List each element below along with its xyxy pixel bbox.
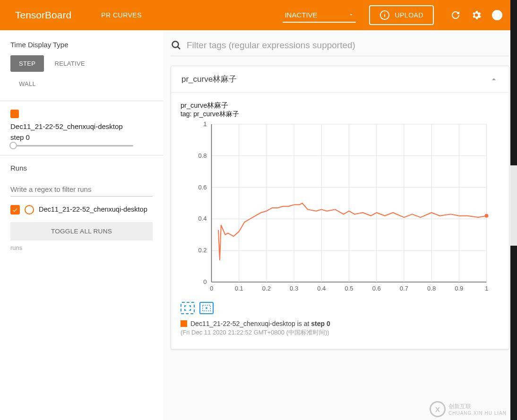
reload-icon	[450, 9, 461, 21]
svg-point-41	[485, 214, 489, 218]
app-logo: TensorBoard	[15, 9, 71, 21]
app-header: TensorBoard PR CURVES INACTIVE UPLOAD	[0, 0, 517, 30]
time-display-segmented: STEP RELATIVE WALL	[10, 55, 153, 92]
sidebar: Time Display Type STEP RELATIVE WALL Dec…	[0, 30, 163, 420]
svg-text:0.5: 0.5	[345, 285, 353, 292]
svg-text:0.7: 0.7	[400, 285, 408, 292]
svg-text:1: 1	[203, 120, 207, 128]
svg-point-4	[497, 17, 498, 18]
run-radio[interactable]	[25, 205, 34, 214]
run-row: Dec11_21-22-52_chenxuqi-desktop	[10, 205, 153, 214]
selected-run-swatch	[10, 110, 19, 118]
reset-chart-button[interactable]	[199, 302, 214, 314]
divider	[0, 101, 163, 101]
upload-button[interactable]: UPLOAD	[369, 5, 434, 25]
time-display-wall-button[interactable]: WALL	[10, 76, 44, 92]
svg-point-5	[172, 42, 179, 48]
svg-line-6	[178, 47, 180, 49]
runs-filter-input[interactable]	[10, 182, 153, 197]
svg-text:0: 0	[210, 285, 213, 292]
chart-legend: Dec11_21-22-52_chenxuqi-desktop is at st…	[181, 320, 500, 327]
svg-point-2	[385, 13, 386, 14]
selected-step-text: step 0	[10, 133, 153, 141]
svg-point-43	[206, 308, 207, 309]
svg-text:0.2: 0.2	[198, 247, 207, 254]
tag-filter-row	[171, 38, 509, 56]
help-button[interactable]	[491, 9, 503, 21]
svg-text:0.8: 0.8	[198, 152, 207, 159]
time-display-relative-button[interactable]: RELATIVE	[46, 55, 94, 72]
svg-text:0.6: 0.6	[198, 184, 207, 191]
legend-swatch	[181, 320, 187, 327]
tab-pr-curves[interactable]: PR CURVES	[97, 0, 146, 30]
svg-text:0.9: 0.9	[455, 285, 463, 292]
time-display-step-button[interactable]: STEP	[10, 55, 44, 72]
svg-text:0.8: 0.8	[427, 285, 436, 292]
watermark-text: 创新互联	[448, 403, 507, 411]
watermark-sub: CHUANG XIN HU LIAN	[448, 411, 507, 416]
chevron-up-icon	[489, 75, 499, 84]
legend-timestamp: (Fri Dec 11 2020 21:22:52 GMT+0800 (中国标准…	[181, 328, 500, 337]
reset-view-icon	[202, 305, 211, 311]
runs-footer-label: runs	[10, 244, 153, 251]
chart-title: pr_curve林麻子	[181, 101, 500, 110]
svg-text:0.6: 0.6	[372, 285, 381, 292]
svg-text:0.3: 0.3	[290, 285, 298, 292]
inactive-plugins-dropdown[interactable]: INACTIVE	[283, 8, 356, 23]
watermark: X 创新互联 CHUANG XIN HU LIAN	[430, 401, 507, 417]
svg-text:0.2: 0.2	[262, 285, 271, 292]
svg-text:0.4: 0.4	[317, 285, 326, 292]
upload-label: UPLOAD	[395, 11, 423, 19]
runs-label: Runs	[10, 164, 153, 172]
svg-text:1: 1	[485, 285, 488, 292]
inactive-label: INACTIVE	[284, 11, 317, 19]
gear-icon	[471, 9, 482, 21]
reload-button[interactable]	[450, 9, 461, 21]
selected-run-name: Dec11_21-22-52_chenxuqi-desktop	[10, 122, 153, 131]
svg-text:0.1: 0.1	[235, 285, 243, 292]
chart-subtitle: tag: pr_curve林麻子	[181, 110, 500, 119]
run-checkbox[interactable]	[10, 205, 20, 214]
main-content: pr_curve林麻子 pr_curve林麻子 tag: pr_curve林麻子…	[163, 30, 517, 420]
legend-text: Dec11_21-22-52_chenxuqi-desktop is at st…	[190, 320, 330, 327]
tag-filter-input[interactable]	[187, 40, 509, 51]
tag-card-title: pr_curve林麻子	[181, 74, 237, 85]
expand-icon	[184, 305, 191, 311]
scrollbar-thumb[interactable]	[510, 165, 517, 246]
watermark-logo: X	[430, 401, 446, 417]
expand-chart-button[interactable]	[181, 302, 195, 314]
tag-card: pr_curve林麻子 pr_curve林麻子 tag: pr_curve林麻子…	[171, 66, 509, 350]
divider	[0, 155, 163, 155]
pr-curve-chart[interactable]: 00.20.40.60.8100.10.20.30.40.50.60.70.80…	[181, 120, 500, 295]
chart-toolbar	[181, 302, 500, 314]
svg-text:0: 0	[203, 278, 207, 285]
tag-card-header[interactable]: pr_curve林麻子	[171, 66, 509, 93]
step-slider[interactable]	[10, 145, 133, 146]
search-icon	[171, 40, 182, 51]
help-icon	[491, 9, 503, 21]
svg-text:0.4: 0.4	[198, 215, 207, 222]
settings-button[interactable]	[471, 9, 482, 21]
chevron-down-icon	[348, 12, 354, 17]
run-row-label: Dec11_21-22-52_chenxuqi-desktop	[39, 205, 147, 214]
toggle-all-runs-button[interactable]: TOGGLE ALL RUNS	[10, 222, 153, 240]
time-display-label: Time Display Type	[10, 41, 153, 49]
info-icon	[379, 10, 390, 20]
